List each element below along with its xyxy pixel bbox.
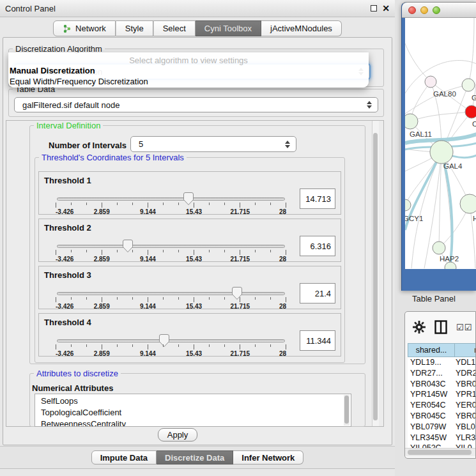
shared-name-cell: YDR27... [410,369,443,378]
tab-select[interactable]: Select [153,20,196,36]
list-item[interactable]: BetweennessCentrality [41,419,126,427]
slider-track[interactable] [57,245,285,248]
table-row[interactable]: YER054CYER0 [408,400,476,411]
close-traffic-light-icon[interactable] [408,6,416,14]
checked-checkboxes-icon[interactable]: ☑☑ [456,323,472,332]
shared-name-cell: YBR043C [410,380,446,388]
scale-tick-label: -3.426 [56,208,73,215]
major-tick [56,297,56,302]
tab-network[interactable]: Network [53,20,116,36]
major-tick [194,203,194,208]
major-tick [148,203,148,208]
minor-tick [270,297,271,300]
tab-cyni-toolbox[interactable]: Cyni Toolbox [196,20,261,36]
minor-tick [86,250,87,252]
minor-tick [224,203,225,205]
scale-tick-label: 28 [279,303,286,310]
tab-impute-data[interactable]: Impute Data [91,450,157,464]
slider-track[interactable] [57,339,285,342]
name-cell: YER0 [456,401,476,410]
threshold-value-field[interactable]: 11.344 [300,330,335,351]
table-row[interactable]: YDR27...YDR2 [408,368,476,379]
threshold-value-field[interactable]: 21.4 [300,283,335,303]
major-tick [286,203,286,208]
shared-name-cell: YBL079W [410,422,446,431]
table-rows: YDL19...YDL1YDR27...YDR2YBR043CYBR0YPR14… [408,357,476,448]
table-row[interactable]: YLR345WYLR3 [408,433,476,443]
slider-track[interactable] [57,292,285,295]
tab-discretize-data[interactable]: Discretize Data [157,450,233,464]
tab-infer-network[interactable]: Infer Network [233,450,303,464]
horizontal-scrollbar-track[interactable] [405,448,475,456]
table-panel-toolbar: ☑☑ [405,312,475,342]
minor-tick [178,297,179,300]
dropdown-placeholder-item[interactable]: Select algorithm to view settings [8,56,369,65]
major-tick [102,344,102,349]
tab-style[interactable]: Style [116,20,153,36]
list-item[interactable]: SelfLoops [41,396,78,406]
shared-name-cell: YDL19... [410,358,441,367]
table-row[interactable]: YBR045CYBR0 [408,411,476,422]
column-header-name[interactable]: n... [454,343,476,357]
name-cell: YBL0 [456,422,475,431]
threshold-value-field[interactable]: 14.713 [300,188,335,209]
float-window-icon[interactable] [371,5,377,12]
network-node[interactable] [465,105,476,118]
list-item[interactable]: TopologicalCoefficient [41,408,121,417]
network-node[interactable] [462,79,475,91]
minor-tick [132,250,133,252]
split-columns-icon[interactable] [434,320,447,334]
network-edge[interactable] [405,43,431,82]
table-row[interactable]: YIL052CYIL0 [408,443,476,448]
zoom-traffic-light-icon[interactable] [433,6,440,14]
network-canvas[interactable]: GAL80GACGAL11GAL4GCY1HHAP2 [405,18,476,269]
apply-button[interactable]: Apply [158,428,197,441]
table-row[interactable]: YDL19...YDL1 [408,357,476,368]
network-node[interactable] [430,141,453,164]
threshold-2-box: Threshold 2 -3.4262.8599.14415.4321.7152… [38,219,341,262]
table-data-combobox-value: galFiltered.sif default node [22,100,119,110]
slider-track[interactable] [57,197,285,201]
column-header-shared-name[interactable]: shared... [408,343,455,357]
major-tick [102,297,102,302]
horizontal-scrollbar-thumb[interactable] [408,450,472,455]
scale-tick-label: 9.144 [140,208,156,215]
table-data-combobox[interactable]: galFiltered.sif default node [14,97,378,112]
node-label: H [473,215,476,222]
minor-tick [71,344,72,347]
network-node[interactable] [460,194,476,213]
scale-tick-label: -3.426 [56,303,73,310]
network-edge[interactable] [410,112,472,121]
major-tick [286,297,286,302]
dropdown-item-equal-width[interactable]: Equal Width/Frequency Discretization [10,77,148,86]
table-row[interactable]: YBR043CYBR0 [408,379,476,390]
dropdown-item-manual-discretization[interactable]: Manual Discretization [10,66,95,75]
minimize-traffic-light-icon[interactable] [420,6,428,14]
name-cell: YBR0 [456,380,476,388]
vertical-scrollbar-thumb[interactable] [373,133,378,420]
node-label: GA [472,94,476,102]
network-edge[interactable] [468,18,474,85]
spinner-arrows-icon [285,141,290,148]
gear-icon[interactable] [413,321,426,334]
number-of-intervals-spinner[interactable]: 5 [130,136,296,152]
threshold-value-field[interactable]: 6.316 [300,236,335,256]
attributes-scrollbar-thumb[interactable] [344,395,349,424]
tab-jactivemnodules[interactable]: jActiveMNodules [261,20,342,36]
node-label: GAL11 [410,130,432,138]
table-row[interactable]: YPR145WYPR1 [408,389,476,400]
threshold-label: Threshold 3 [44,270,91,280]
close-icon[interactable]: ✕ [382,5,390,12]
major-tick [286,344,286,349]
minor-tick [270,344,271,347]
group-title: Interval Definition [34,121,103,130]
network-node[interactable] [445,262,456,269]
bottom-tabbar: Impute Data Discretize Data Infer Networ… [0,446,395,469]
network-node[interactable] [405,114,418,129]
network-node[interactable] [433,242,445,254]
network-node[interactable] [405,199,411,211]
node-label: HAP2 [440,255,459,263]
table-row[interactable]: YBL079WYBL0 [408,422,476,433]
network-node[interactable] [425,76,436,88]
minor-tick [178,203,179,205]
